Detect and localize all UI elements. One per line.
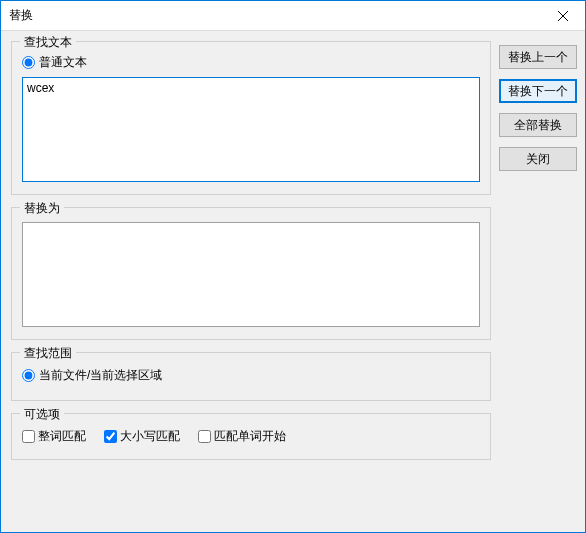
whole-word-checkbox[interactable]	[22, 430, 35, 443]
whole-word-checkbox-item[interactable]: 整词匹配	[22, 428, 86, 445]
replace-with-group-label: 替换为	[20, 200, 64, 217]
left-panel: 查找文本 普通文本 替换为 查找范围 当前文件/当前选	[11, 41, 491, 522]
scope-current-radio[interactable]	[22, 369, 35, 382]
options-group-label: 可选项	[20, 406, 64, 423]
replace-dialog-window: 替换 查找文本 普通文本 替换为	[0, 0, 586, 533]
right-button-panel: 替换上一个 替换下一个 全部替换 关闭	[499, 41, 577, 522]
replace-prev-button[interactable]: 替换上一个	[499, 45, 577, 69]
case-checkbox[interactable]	[104, 430, 117, 443]
whole-word-label: 整词匹配	[38, 428, 86, 445]
replace-text-wrap	[22, 222, 480, 327]
plain-text-radio-label: 普通文本	[39, 54, 87, 71]
window-title: 替换	[9, 7, 540, 24]
word-start-checkbox-item[interactable]: 匹配单词开始	[198, 428, 286, 445]
find-text-input[interactable]	[23, 78, 479, 178]
find-text-group-label: 查找文本	[20, 34, 76, 51]
case-label: 大小写匹配	[120, 428, 180, 445]
scope-current-radio-row[interactable]: 当前文件/当前选择区域	[22, 367, 480, 384]
plain-text-radio-row[interactable]: 普通文本	[22, 54, 480, 71]
scope-current-radio-label: 当前文件/当前选择区域	[39, 367, 162, 384]
find-text-group: 查找文本 普通文本	[11, 41, 491, 195]
replace-text-input[interactable]	[23, 223, 479, 323]
scope-group-label: 查找范围	[20, 345, 76, 362]
options-row: 整词匹配 大小写匹配 匹配单词开始	[22, 428, 480, 445]
replace-with-group: 替换为	[11, 207, 491, 340]
titlebar: 替换	[1, 1, 585, 31]
replace-all-button[interactable]: 全部替换	[499, 113, 577, 137]
find-text-wrap	[22, 77, 480, 182]
word-start-label: 匹配单词开始	[214, 428, 286, 445]
close-icon	[558, 11, 568, 21]
plain-text-radio[interactable]	[22, 56, 35, 69]
word-start-checkbox[interactable]	[198, 430, 211, 443]
replace-next-button[interactable]: 替换下一个	[499, 79, 577, 103]
window-close-button[interactable]	[540, 1, 585, 31]
scope-group: 查找范围 当前文件/当前选择区域	[11, 352, 491, 401]
case-checkbox-item[interactable]: 大小写匹配	[104, 428, 180, 445]
options-group: 可选项 整词匹配 大小写匹配 匹配单词开始	[11, 413, 491, 460]
close-button[interactable]: 关闭	[499, 147, 577, 171]
dialog-body: 查找文本 普通文本 替换为 查找范围 当前文件/当前选	[1, 31, 585, 532]
